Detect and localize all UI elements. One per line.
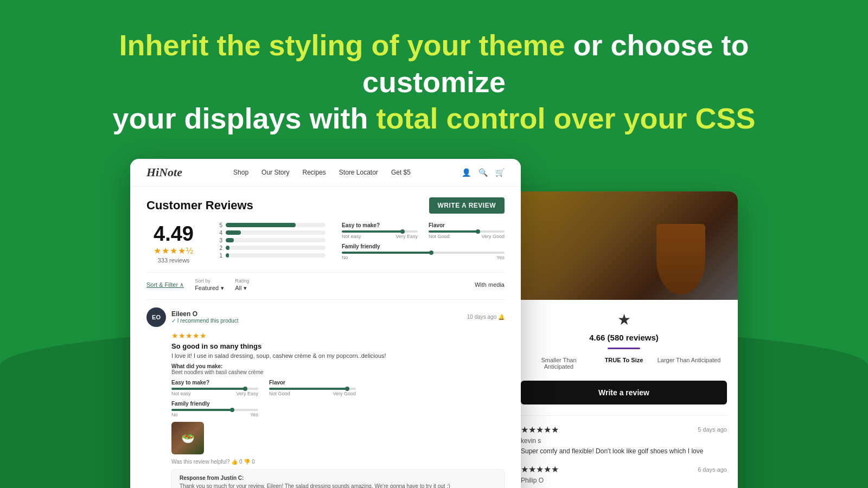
right-review-text-0: Super comfy and flexible! Don't look lik…: [521, 447, 727, 456]
screenshot-left: HiNote Shop Our Story Recipes Store Loca…: [130, 159, 521, 489]
bar-row-4: 4: [217, 230, 326, 236]
attr-row-1: Easy to make? Not easy Very Easy: [342, 222, 505, 239]
product-image: [510, 191, 738, 300]
attributes-section: Easy to make? Not easy Very Easy: [342, 222, 505, 265]
right-reviewer-0: kevin s: [521, 437, 727, 445]
shop-nav: HiNote Shop Our Story Recipes Store Loca…: [130, 159, 521, 187]
bar-row-2: 2: [217, 245, 326, 251]
attr-flavor: Flavor Not Good Very Good: [429, 222, 505, 239]
response-text: Thank you so much for your review, Eilee…: [180, 483, 496, 489]
search-icon[interactable]: 🔍: [478, 168, 488, 177]
sizing-smaller: Smaller Than Anticipated: [526, 357, 591, 370]
review-count: 333 reviews: [146, 257, 201, 264]
sizing-larger: Larger Than Anticipated: [656, 357, 722, 370]
right-rating: 4.66 (580 reviews): [521, 333, 727, 342]
nav-story[interactable]: Our Story: [261, 169, 289, 176]
review-photo: 🥗: [171, 422, 204, 454]
right-review-meta-1: ★★★★★ 6 days ago: [521, 464, 727, 474]
attr-family: Family friendly No Yes: [342, 243, 505, 260]
hero-section: Inherit the styling of your theme or cho…: [0, 0, 868, 153]
sizing-section: Smaller Than Anticipated TRUE To Size La…: [521, 357, 727, 370]
review-item-header: EO Eileen O ✓ I recommend this product 1…: [146, 307, 505, 327]
big-number: 4.49: [146, 222, 201, 246]
shop-logo: HiNote: [146, 165, 182, 179]
right-reviews-list: ★★★★★ 5 days ago kevin s Super comfy and…: [521, 415, 727, 489]
product-shape: [656, 224, 705, 294]
shop-nav-icons: 👤 🔍 🛒: [462, 168, 505, 177]
write-review-button[interactable]: WRITE A REVIEW: [429, 197, 505, 214]
sort-filter-link[interactable]: Sort & Filter ∧: [146, 281, 184, 288]
bar-row-3: 3: [217, 237, 326, 243]
sort-by-group: Sort by Featured ▾: [195, 278, 224, 292]
hero-heading: Inherit the styling of your theme or cho…: [54, 27, 814, 137]
review-content: Customer Reviews WRITE A REVIEW 4.49 ★★★…: [130, 187, 521, 489]
helpful-row: Was this review helpful? 👍 0 👎 0: [171, 459, 505, 465]
review-header-row: Customer Reviews WRITE A REVIEW: [146, 197, 505, 214]
right-star: ★: [521, 311, 727, 329]
account-icon[interactable]: 👤: [462, 168, 471, 177]
with-media-filter[interactable]: With media: [475, 281, 505, 288]
cart-icon[interactable]: 🛒: [495, 168, 505, 177]
rating-bars: 5 4 3 2 1: [217, 222, 326, 265]
reviewer-info: Eileen O ✓ I recommend this product: [171, 310, 239, 324]
response-box: Response from Justin C: Thank you so muc…: [171, 469, 505, 489]
review-date: 10 days ago 🔔: [467, 314, 505, 320]
nav-shop[interactable]: Shop: [233, 169, 248, 176]
right-review-meta-0: ★★★★★ 5 days ago: [521, 425, 727, 435]
review-made-value: Beet noodles with basil cashew crème: [171, 369, 505, 375]
sizing-true: TRUE To Size: [591, 357, 656, 370]
attr-easy: Easy to make? Not easy Very Easy: [342, 222, 418, 239]
right-review-item-0: ★★★★★ 5 days ago kevin s Super comfy and…: [521, 425, 727, 456]
review-title: Customer Reviews: [146, 198, 253, 213]
rating-group: Rating All ▾: [235, 278, 249, 292]
sort-filter-row: Sort & Filter ∧ Sort by Featured ▾ Ratin…: [146, 272, 505, 292]
bar-row-5: 5: [217, 222, 326, 228]
right-review-panel: ★ 4.66 (580 reviews) Smaller Than Antici…: [510, 300, 738, 489]
big-rating: 4.49 ★★★★½ 333 reviews: [146, 222, 201, 265]
shop-nav-links: Shop Our Story Recipes Store Locator Get…: [233, 169, 411, 176]
screenshots-container: HiNote Shop Our Story Recipes Store Loca…: [0, 159, 868, 489]
review-attr-family-wrap: Family friendly No Yes: [171, 401, 505, 418]
overall-stars: ★★★★½: [146, 246, 201, 256]
right-review-item-1: ★★★★★ 6 days ago Philip O I bought a whi…: [521, 464, 727, 488]
review-made-label: What did you make:: [171, 363, 505, 369]
bar-row-1: 1: [217, 253, 326, 259]
nav-get5[interactable]: Get $5: [391, 169, 411, 176]
nav-locator[interactable]: Store Locator: [339, 169, 378, 176]
review-heading: So good in so many things: [171, 342, 505, 350]
review-attr-easy: Easy to make? Not easy Very Easy: [171, 380, 258, 396]
screenshot-right: ★ 4.66 (580 reviews) Smaller Than Antici…: [510, 191, 738, 489]
right-divider: [608, 348, 640, 349]
reviewer-avatar: EO: [146, 307, 166, 327]
review-attr-flavor: Flavor Not Good Very Good: [269, 380, 356, 396]
nav-recipes[interactable]: Recipes: [302, 169, 326, 176]
review-attributes: Easy to make? Not easy Very Easy Flavor: [171, 380, 505, 396]
sort-select[interactable]: Featured ▾: [195, 285, 224, 292]
rating-summary: 4.49 ★★★★½ 333 reviews 5 4 3: [146, 222, 505, 265]
attr-row-2: Family friendly No Yes: [342, 243, 505, 260]
rating-select[interactable]: All ▾: [235, 285, 249, 292]
write-review-button-right[interactable]: Write a review: [521, 381, 727, 404]
review-item: EO Eileen O ✓ I recommend this product 1…: [146, 299, 505, 489]
response-from: Response from Justin C:: [180, 475, 496, 481]
review-body: I love it! I use in salad dressing, soup…: [171, 352, 505, 359]
review-stars: ★★★★★: [171, 331, 505, 340]
right-reviewer-1: Philip O: [521, 477, 727, 484]
